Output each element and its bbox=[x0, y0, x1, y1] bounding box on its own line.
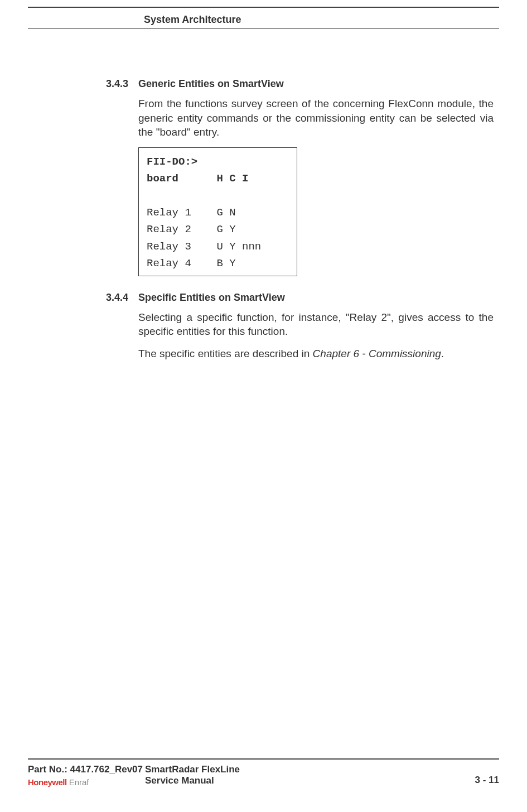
chapter-ref: Chapter 6 - Commissioning bbox=[313, 348, 441, 359]
code-line-blank bbox=[147, 188, 289, 204]
body2-part-a: The specific entities are described in bbox=[138, 348, 313, 359]
code-box: FII-DO:> board H C I Relay 1 G N Relay 2… bbox=[138, 147, 297, 276]
footer-title-2: Service Manual bbox=[145, 775, 475, 786]
top-rule-2 bbox=[28, 28, 499, 29]
footer-title-1: SmartRadar FlexLine bbox=[145, 764, 475, 775]
code-line: Relay 3 U Y nnn bbox=[147, 238, 289, 255]
footer-part-no: Part No.: 4417.762_Rev07 bbox=[28, 764, 145, 775]
section-3-4-4-body2: The specific entities are described in C… bbox=[138, 347, 494, 361]
code-line: Relay 2 G Y bbox=[147, 221, 289, 238]
section-3-4-4-body1: Selecting a specific function, for insta… bbox=[138, 310, 494, 339]
top-rule-1 bbox=[28, 7, 499, 8]
body2-part-c: . bbox=[441, 348, 444, 359]
footer-rule bbox=[28, 758, 499, 760]
code-line: Relay 1 G N bbox=[147, 204, 289, 221]
footer-page-num: 3 - 11 bbox=[475, 775, 499, 787]
footer-left: Part No.: 4417.762_Rev07 Honeywell Enraf bbox=[28, 764, 145, 787]
footer-logo: Honeywell Enraf bbox=[28, 777, 145, 787]
section-num: 3.4.3 bbox=[106, 78, 138, 90]
chapter-header: System Architecture bbox=[144, 14, 241, 26]
section-3-4-3-heading: 3.4.3 Generic Entities on SmartView bbox=[106, 78, 494, 90]
code-line: FII-DO:> bbox=[147, 153, 289, 170]
section-3-4-4-heading: 3.4.4 Specific Entities on SmartView bbox=[106, 292, 494, 304]
footer-row: Part No.: 4417.762_Rev07 Honeywell Enraf… bbox=[28, 764, 499, 787]
content-area: 3.4.3 Generic Entities on SmartView From… bbox=[106, 78, 494, 369]
enraf-logo: Enraf bbox=[69, 777, 89, 787]
section-3-4-3-body: From the functions survey screen of the … bbox=[138, 97, 494, 140]
section-title: Generic Entities on SmartView bbox=[138, 78, 284, 90]
footer-mid: SmartRadar FlexLine Service Manual bbox=[145, 764, 475, 786]
code-line: board H C I bbox=[147, 170, 289, 187]
page-footer: Part No.: 4417.762_Rev07 Honeywell Enraf… bbox=[28, 758, 499, 787]
code-line: Relay 4 B Y bbox=[147, 255, 289, 272]
honeywell-logo: Honeywell bbox=[28, 777, 67, 787]
section-num: 3.4.4 bbox=[106, 292, 138, 304]
section-title: Specific Entities on SmartView bbox=[138, 292, 285, 304]
